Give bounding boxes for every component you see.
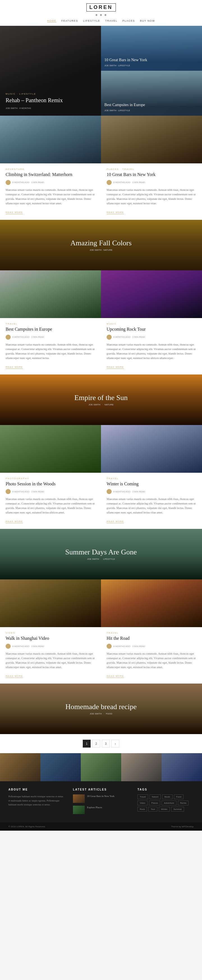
footer-article-1[interactable]: 10 Great Bars in New York xyxy=(73,794,129,803)
post-camp-title: Best Campsites in Europe xyxy=(6,326,95,332)
footer-widgets: ABOUT ME Pellentesque habitant morbi tri… xyxy=(0,788,202,817)
site-logo[interactable]: LOREN xyxy=(86,3,116,11)
empire-content: Empire of the Sun JOE SMITH · NATURE xyxy=(74,394,128,406)
post-mountain-excerpt: Maecenas ornare varius mauris eu commodo… xyxy=(6,188,95,206)
footer-about-title: ABOUT ME xyxy=(8,788,65,791)
footer-tags-list: Travel Nature Music Food Video Places Ad… xyxy=(137,794,194,811)
page-3[interactable]: 3 xyxy=(102,740,110,748)
post-row-4: VIDEO Walk in Shanghai Video 6 MONTHS AG… xyxy=(0,579,202,684)
post-bars-readmore[interactable]: READ MORE xyxy=(107,211,124,214)
footer-article-text-2: Explore Places xyxy=(87,806,102,809)
post-winter-image xyxy=(101,425,202,473)
post-mountain-readmore[interactable]: READ MORE xyxy=(6,211,23,214)
site-footer: ABOUT ME Pellentesque habitant morbi tri… xyxy=(0,781,202,830)
page-next[interactable]: › xyxy=(111,740,119,748)
tag-5[interactable]: Places xyxy=(149,800,160,805)
post-rock-avatar xyxy=(107,335,112,340)
hero-left-meta: JOE SMITH · 6 MONTHS xyxy=(6,107,31,110)
summer-title: Summer Days Are Gone xyxy=(65,548,137,557)
tag-11[interactable]: Summer xyxy=(171,807,184,811)
gallery-item-4[interactable] xyxy=(121,753,162,781)
post-forest-avatar xyxy=(6,489,11,494)
nav-buynow[interactable]: BUY NOW xyxy=(140,19,155,22)
footer-about-text: Pellentesque habitant morbi tristique se… xyxy=(8,794,65,807)
nav-travel[interactable]: TRAVEL xyxy=(105,19,117,22)
hero-left[interactable]: MUSIC · LIFESTYLE Rehab – Pantheon Remix… xyxy=(0,26,101,116)
tag-7[interactable]: Remix xyxy=(178,800,189,805)
footer-article-2[interactable]: Explore Places xyxy=(73,806,129,814)
hero-section: MUSIC · LIFESTYLE Rehab – Pantheon Remix… xyxy=(0,26,202,116)
tag-8[interactable]: Rock xyxy=(137,807,147,811)
nav-places[interactable]: PLACES xyxy=(122,19,135,22)
post-rock-title: Upcoming Rock Tour xyxy=(107,326,196,332)
post-hitroad-meta: 6 MONTHS AGO · 3 MIN READ xyxy=(107,644,196,649)
gallery-item-1[interactable] xyxy=(0,753,40,781)
post-camp-image xyxy=(0,270,101,318)
post-winter-title: Winter is Coming xyxy=(107,481,196,487)
post-winter-excerpt: Maecenas ornare varius mauris eu commodo… xyxy=(107,497,196,515)
post-camp-meta: 6 MONTHS AGO · 3 MIN READ xyxy=(6,335,95,340)
nav-home[interactable]: HOME xyxy=(47,19,56,22)
post-rock-meta: 6 MONTHS AGO · 3 MIN READ xyxy=(107,335,196,340)
post-forest-readmore[interactable]: READ MORE xyxy=(6,520,23,523)
tag-3[interactable]: Food xyxy=(174,794,183,799)
post-mountain: ADVENTURE Climbing in Switzerland: Matte… xyxy=(0,116,101,220)
post-shanghai: VIDEO Walk in Shanghai Video 6 MONTHS AG… xyxy=(0,579,101,684)
featured-fall[interactable]: Amazing Fall Colors JOE SMITH · NATURE xyxy=(0,220,202,270)
post-mountain-meta: 6 MONTHS AGO · 3 MIN READ xyxy=(6,180,95,185)
tag-4[interactable]: Video xyxy=(137,800,148,805)
post-shanghai-image xyxy=(0,579,101,627)
post-rock: MUSIC Upcoming Rock Tour 6 MONTHS AGO · … xyxy=(101,270,202,374)
nav-features[interactable]: FEATURES xyxy=(62,19,78,22)
tag-10[interactable]: Winter xyxy=(159,807,170,811)
post-forest-title: Photo Session in the Woods xyxy=(6,481,95,487)
fall-content: Amazing Fall Colors JOE SMITH · NATURE xyxy=(70,239,132,251)
main-nav: HOME FEATURES LIFESTYLE TRAVEL PLACES BU… xyxy=(0,18,202,24)
featured-empire[interactable]: Empire of the Sun JOE SMITH · NATURE xyxy=(0,374,202,425)
page-2[interactable]: 2 xyxy=(92,740,100,748)
tag-9[interactable]: Tour xyxy=(148,807,157,811)
social-twitter[interactable]: ◆ xyxy=(100,13,102,16)
hero-right: 10 Great Bars in New York JOE SMITH · LI… xyxy=(101,26,202,116)
post-bars-image xyxy=(101,116,202,163)
tag-6[interactable]: Adventure xyxy=(162,800,176,805)
post-camp-excerpt: Maecenas ornare varius mauris eu commodo… xyxy=(6,342,95,360)
post-shanghai-avatar xyxy=(6,644,11,649)
tag-0[interactable]: Travel xyxy=(137,794,148,799)
hero-right-bottom[interactable]: Best Campsites in Europe JOE SMITH · LIF… xyxy=(101,71,202,116)
footer-article-text-1: 10 Great Bars in New York xyxy=(87,794,115,798)
social-google[interactable]: ◆ xyxy=(104,13,107,16)
tag-1[interactable]: Nature xyxy=(150,794,161,799)
gallery-item-5[interactable] xyxy=(162,753,202,781)
post-shanghai-readmore[interactable]: READ MORE xyxy=(6,675,23,678)
post-forest-excerpt: Maecenas ornare varius mauris eu commodo… xyxy=(6,497,95,515)
site-header: LOREN ◆ ◆ ◆ HOME FEATURES LIFESTYLE TRAV… xyxy=(0,0,202,26)
footer-bottom: © 2016 LOREN. All Rights Reserved. Theme… xyxy=(0,822,202,830)
featured-bread[interactable]: Homemade bread recipe JOE SMITH · FOOD xyxy=(0,684,202,734)
post-row-1: ADVENTURE Climbing in Switzerland: Matte… xyxy=(0,116,202,220)
gallery-item-3[interactable] xyxy=(81,753,121,781)
hero-right-top-title: 10 Great Bars in New York xyxy=(104,58,147,62)
bread-meta: JOE SMITH · FOOD xyxy=(65,713,137,715)
gallery-item-2[interactable] xyxy=(40,753,81,781)
tag-2[interactable]: Music xyxy=(162,794,173,799)
post-hitroad-readmore[interactable]: READ MORE xyxy=(107,675,124,678)
post-forest-meta: 6 MONTHS AGO · 3 MIN READ xyxy=(6,489,95,494)
post-mountain-avatar xyxy=(6,180,11,185)
hero-right-top[interactable]: 10 Great Bars in New York JOE SMITH · LI… xyxy=(101,26,202,71)
post-bars-meta-text: 6 MONTHS AGO · 3 MIN READ xyxy=(113,181,145,184)
post-winter-readmore[interactable]: READ MORE xyxy=(107,520,124,523)
post-rock-readmore[interactable]: READ MORE xyxy=(107,366,124,369)
empire-meta: JOE SMITH · NATURE xyxy=(74,403,128,406)
pagination: 1 2 3 › xyxy=(0,734,202,753)
post-bars-excerpt: Maecenas ornare varius mauris eu commodo… xyxy=(107,188,196,206)
social-links: ◆ ◆ ◆ xyxy=(0,13,202,16)
page-1[interactable]: 1 xyxy=(83,740,91,748)
footer-article-img-2 xyxy=(73,806,85,814)
featured-summer[interactable]: Summer Days Are Gone JOE SMITH · LIFESTY… xyxy=(0,529,202,579)
summer-meta: JOE SMITH · LIFESTYLE xyxy=(65,558,137,560)
social-facebook[interactable]: ◆ xyxy=(95,13,98,16)
post-camp-readmore[interactable]: READ MORE xyxy=(6,366,23,369)
nav-lifestyle[interactable]: LIFESTYLE xyxy=(83,19,100,22)
post-camp-meta-text: 6 MONTHS AGO · 3 MIN READ xyxy=(12,336,44,338)
